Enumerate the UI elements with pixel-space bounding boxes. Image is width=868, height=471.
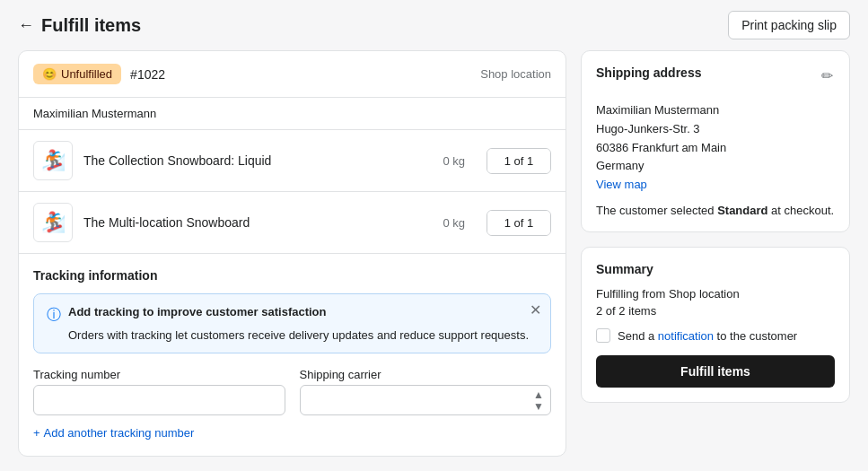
- table-row: 🏂 The Multi-location Snowboard 0 kg 1 of…: [19, 192, 566, 254]
- customer-name: Maximilian Mustermann: [19, 98, 566, 130]
- shipping-note: The customer selected Standard at checko…: [596, 204, 835, 217]
- summary-card: Summary Fulfilling from Shop location 2 …: [581, 247, 850, 403]
- quantity-control: 1 of 1: [487, 148, 551, 174]
- unfulfilled-badge: 😊 Unfulfilled: [33, 64, 121, 84]
- page-title: Fulfill items: [41, 15, 141, 36]
- fulfill-items-button[interactable]: Fulfill items: [596, 355, 835, 388]
- edit-address-button[interactable]: ✏: [820, 65, 835, 86]
- info-icon: ⓘ: [47, 306, 61, 325]
- snowboard-multi-icon: 🏂: [41, 211, 66, 234]
- item-name: The Collection Snowboard: Liquid: [83, 153, 418, 168]
- tracking-title: Tracking information: [33, 268, 551, 283]
- back-button[interactable]: ←: [18, 16, 34, 35]
- badge-emoji: 😊: [42, 67, 57, 81]
- notification-link[interactable]: notification: [658, 329, 714, 343]
- item-image: 🏂: [33, 203, 73, 242]
- tracking-number-input[interactable]: [33, 385, 285, 415]
- fulfilling-from: Fulfilling from Shop location: [596, 287, 835, 301]
- tracking-section: Tracking information ✕ ⓘ Add tracking to…: [19, 254, 566, 454]
- item-weight: 0 kg: [429, 154, 465, 168]
- quantity-display: 1 of 1: [487, 149, 550, 173]
- address-name: Maximilian Mustermann: [596, 101, 835, 120]
- banner-body: Orders with tracking let customers recei…: [47, 328, 538, 342]
- address-street: Hugo-Junkers-Str. 3: [596, 120, 835, 139]
- order-number: #1022: [130, 67, 165, 82]
- items-list: 🏂 The Collection Snowboard: Liquid 0 kg …: [19, 130, 566, 254]
- items-count: 2 of 2 items: [596, 304, 835, 318]
- banner-title: Add tracking to improve customer satisfa…: [68, 305, 327, 318]
- snowboard-liquid-icon: 🏂: [41, 149, 66, 172]
- print-packing-slip-button[interactable]: Print packing slip: [728, 11, 850, 39]
- tracking-fields: Tracking number Shipping carrier UPS Fed…: [33, 368, 551, 415]
- plus-icon: +: [33, 426, 40, 440]
- address-city: 60386 Frankfurt am Main: [596, 139, 835, 158]
- item-weight: 0 kg: [429, 216, 465, 230]
- item-name: The Multi-location Snowboard: [83, 215, 418, 230]
- right-panel: Shipping address ✏ Maximilian Mustermann…: [581, 50, 850, 457]
- tracking-info-banner: ✕ ⓘ Add tracking to improve customer sat…: [33, 293, 551, 353]
- notification-checkbox[interactable]: [596, 328, 610, 343]
- shipping-address-card: Shipping address ✏ Maximilian Mustermann…: [581, 50, 850, 232]
- tracking-number-label: Tracking number: [33, 368, 285, 381]
- shipping-address-title: Shipping address: [596, 65, 701, 80]
- shop-location: Shop location: [480, 67, 551, 81]
- view-map-link[interactable]: View map: [596, 178, 647, 191]
- shipping-method: Standard: [717, 204, 767, 217]
- tracking-number-group: Tracking number: [33, 368, 285, 415]
- badge-label: Unfulfilled: [61, 67, 112, 81]
- carrier-group: Shipping carrier UPS FedEx DHL USPS ▲: [300, 368, 552, 415]
- carrier-label: Shipping carrier: [300, 368, 552, 381]
- notification-row: Send a notification to the customer: [596, 328, 835, 343]
- close-banner-button[interactable]: ✕: [530, 303, 541, 318]
- item-image: 🏂: [33, 141, 73, 180]
- quantity-display: 1 of 1: [487, 211, 550, 235]
- pencil-icon: ✏: [821, 68, 833, 83]
- carrier-select[interactable]: UPS FedEx DHL USPS: [300, 385, 552, 415]
- summary-title: Summary: [596, 262, 835, 276]
- notification-text: Send a notification to the customer: [618, 329, 797, 343]
- add-tracking-button[interactable]: + Add another tracking number: [33, 426, 194, 440]
- address-country: Germany: [596, 157, 835, 176]
- quantity-control: 1 of 1: [487, 210, 551, 236]
- table-row: 🏂 The Collection Snowboard: Liquid 0 kg …: [19, 130, 566, 192]
- carrier-select-wrapper: UPS FedEx DHL USPS ▲ ▼: [300, 385, 552, 415]
